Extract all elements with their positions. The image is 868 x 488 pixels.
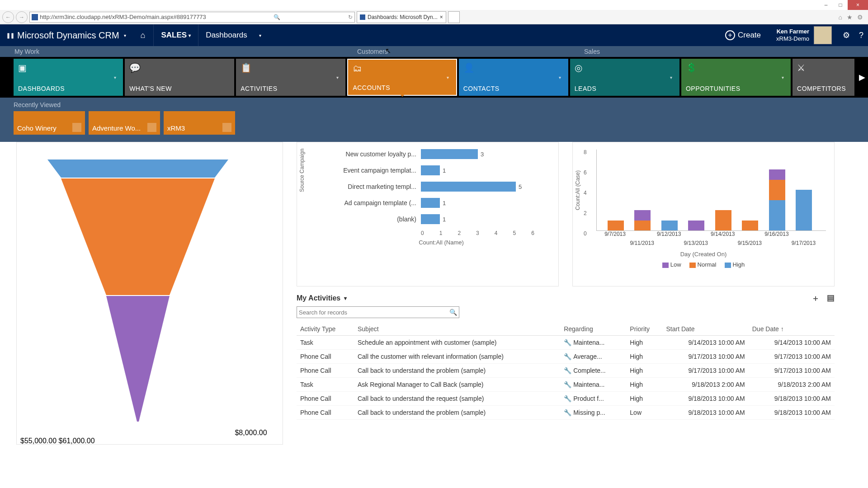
grid-col-5[interactable]: Due Date [749,323,835,336]
browser-new-tab[interactable] [448,11,460,23]
svg-marker-2 [106,296,170,422]
crm-navbar: ⫾⫾ Microsoft Dynamics CRM ▾ ⌂ SALES ▾ Da… [0,24,868,46]
tile-accounts[interactable]: 🗂ACCOUNTS▾ [347,59,457,96]
folder-icon [147,123,156,132]
user-menu[interactable]: Ken Farmer xRM3-Demo [770,26,838,44]
crm-brand[interactable]: ⫾⫾ Microsoft Dynamics CRM ▾ [0,30,132,41]
chevron-down-icon[interactable]: ▾ [255,33,266,38]
wrench-icon: 🔧 [564,395,571,402]
grid-col-3[interactable]: Priority [626,323,662,336]
recent-header: Recently Viewed [14,101,854,108]
grid-col-0[interactable]: Activity Type [297,323,354,336]
nav-area-sales[interactable]: SALES ▾ [153,24,198,46]
chat-icon: 💬 [129,62,230,73]
tab-close-icon[interactable]: × [440,14,443,20]
home-icon[interactable]: ⌂ [839,14,842,21]
activities-search[interactable]: Search for records 🔍 [297,306,459,318]
tab-favicon-icon [360,14,365,20]
folder-icon [72,123,81,132]
window-close[interactable]: × [848,0,868,10]
recent-tile-2[interactable]: xRM3 [164,111,235,135]
money-icon: 💲 [686,62,786,73]
chevron-down-icon[interactable]: ▾ [110,75,119,80]
tile-opportunities[interactable]: 💲OPPORTUNITIES▾ [681,59,791,96]
group-customers: Customers [357,48,388,55]
chevron-down-icon[interactable]: ▾ [443,75,453,80]
home-button[interactable]: ⌂ [132,31,154,40]
browser-back[interactable]: ← [2,11,14,23]
chevron-down-icon[interactable]: ▾ [344,295,347,301]
tile-competitors[interactable]: ⚔COMPETITORS [793,59,854,96]
recent-tile-0[interactable]: Coho Winery [14,111,85,135]
create-button[interactable]: + Create [716,30,770,40]
tools-icon[interactable]: ⚙ [857,14,863,21]
window-minimize[interactable]: – [819,0,833,10]
add-record-icon[interactable]: ＋ [811,293,820,304]
brand-text: Microsoft Dynamics CRM [17,30,119,41]
address-bar[interactable]: http://xrm3inc.cloudapp.net/xRM3-Demo/ma… [29,12,355,23]
refresh-icon[interactable]: ↻ [348,14,353,20]
window-maximize[interactable]: □ [833,0,848,10]
browser-tab[interactable]: Dashboards: Microsoft Dyn... × [357,11,446,23]
nav-subarea-dashboards[interactable]: Dashboards [198,24,255,46]
nav-subarea-label: Dashboards [206,31,247,40]
hbar-row: Event campaign templat... 1 [323,162,555,178]
favorites-icon[interactable]: ★ [847,14,853,21]
chevron-down-icon[interactable]: ▾ [333,75,342,80]
chevron-down-icon[interactable]: ▾ [778,75,787,80]
browser-toolbar: ← → http://xrm3inc.cloudapp.net/xRM3-Dem… [0,10,868,24]
table-row[interactable]: Phone Call Call back to understand the p… [297,364,835,378]
column [608,221,624,231]
funnel-label-3: $61,000.00 [59,437,95,445]
legend-item: Low [662,261,681,268]
col-xlabel: Day (Created On) [576,251,830,258]
window-titlebar: – □ × [0,0,868,10]
hbar-row: Direct marketing templ... 5 [323,178,555,195]
cases-column-chart[interactable]: 02468 Count:All (Case) 9/7/20139/11/2013… [572,142,835,286]
search-icon[interactable]: 🔍 [274,14,280,20]
user-name: Ken Farmer [776,28,809,35]
dashboard-icon: ▣ [18,62,118,73]
grid-col-1[interactable]: Subject [354,323,560,336]
my-activities-section: My Activities ▾ ＋ ▤ Search for records 🔍… [297,293,835,420]
grid-col-2[interactable]: Regarding [560,323,626,336]
grid-col-4[interactable]: Start Date [663,323,749,336]
target-icon: ◎ [575,62,675,73]
tiles-scroll-right[interactable]: ▶ [857,57,867,98]
versus-icon: ⚔ [797,62,850,73]
table-row[interactable]: Task Ask Regional Manager to Call Back (… [297,378,835,392]
chevron-down-icon[interactable]: ▾ [667,75,676,80]
hbar-row: Ad campaign template (... 1 [323,195,555,211]
wrench-icon: 🔧 [564,339,571,346]
table-row[interactable]: Phone Call Call the customer with releva… [297,350,835,364]
column [769,169,785,230]
tile-contacts[interactable]: 👤CONTACTS▾ [459,59,568,96]
tile-dashboards[interactable]: ▣DASHBOARDS▾ [14,59,123,96]
help-icon[interactable]: ? [854,31,868,40]
funnel-label-1: $8,000.00 [235,429,267,436]
recent-tile-1[interactable]: Adventure Wo... [89,111,160,135]
search-icon[interactable]: 🔍 [449,309,457,316]
activities-title[interactable]: My Activities [297,294,340,302]
tile-activities[interactable]: 📋ACTIVITIES▾ [236,59,345,96]
table-row[interactable]: Phone Call Call back to understand the p… [297,406,835,420]
table-row[interactable]: Phone Call Call back to understand the r… [297,392,835,406]
browser-forward[interactable]: → [16,11,28,23]
column [796,190,812,230]
funnel-chart[interactable]: $8,000.00 $55,000.00 $61,000.00 [16,142,283,445]
wrench-icon: 🔧 [564,409,571,416]
activities-grid[interactable]: Activity TypeSubjectRegardingPrioritySta… [297,323,835,420]
table-row[interactable]: Task Schedule an appointment with custom… [297,336,835,350]
svg-marker-1 [61,178,215,295]
contact-icon: 👤 [463,62,564,73]
column [715,210,731,230]
tile-leads[interactable]: ◎LEADS▾ [570,59,679,96]
tile-whats-new[interactable]: 💬WHAT'S NEW [125,59,234,96]
create-label: Create [738,31,761,40]
grid-view-icon[interactable]: ▤ [827,293,835,304]
dashboard-body: $8,000.00 $55,000.00 $61,000.00 Source C… [0,142,868,445]
settings-icon[interactable]: ⚙ [838,30,854,40]
campaign-bar-chart[interactable]: Source Campaign New customer loyalty p..… [297,142,559,286]
wrench-icon: 🔧 [564,381,571,388]
chevron-down-icon[interactable]: ▾ [556,75,565,80]
